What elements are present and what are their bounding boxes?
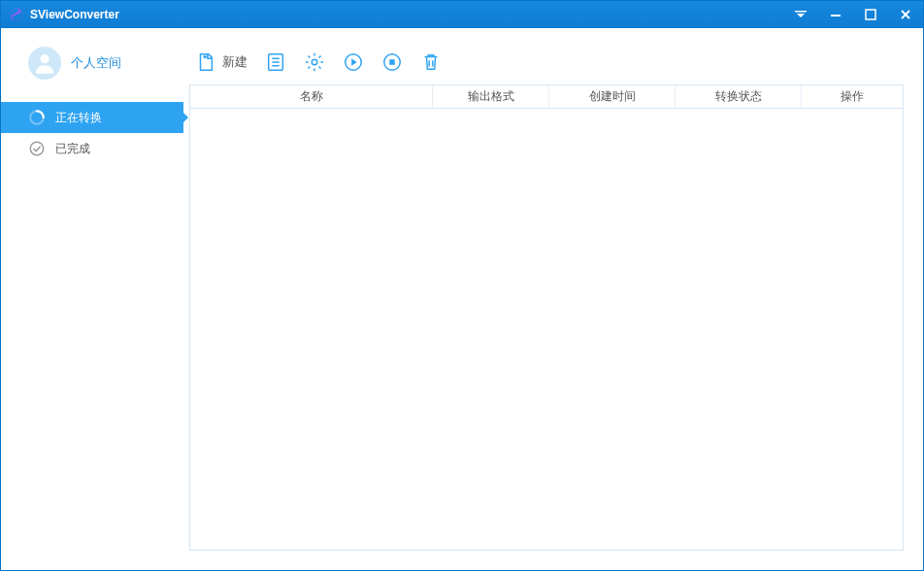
new-button-label: 新建 (222, 53, 248, 71)
list-icon (265, 51, 286, 73)
close-button[interactable] (888, 1, 923, 28)
avatar-icon (28, 47, 61, 80)
svg-rect-11 (389, 59, 395, 65)
col-header-status[interactable]: 转换状态 (676, 85, 802, 108)
col-header-action[interactable]: 操作 (802, 85, 903, 108)
profile-label: 个人空间 (71, 54, 121, 72)
trash-icon (420, 51, 442, 73)
sidebar-item-label: 正在转换 (55, 110, 102, 126)
main-area: 新建 (183, 28, 923, 570)
sidebar-item-completed[interactable]: 已完成 (1, 133, 183, 164)
play-button[interactable] (343, 51, 364, 73)
col-header-time[interactable]: 创建时间 (549, 85, 676, 108)
svg-rect-2 (831, 15, 841, 17)
table-header: 名称 输出格式 创建时间 转换状态 操作 (190, 85, 903, 109)
new-button[interactable]: 新建 (195, 51, 248, 73)
col-header-name[interactable]: 名称 (190, 85, 433, 108)
progress-circle-icon (28, 109, 46, 126)
dropdown-button[interactable] (783, 1, 818, 28)
maximize-button[interactable] (853, 1, 888, 28)
sidebar: 个人空间 正在转换 已完成 (1, 28, 183, 570)
body: 个人空间 正在转换 已完成 新建 (1, 28, 923, 570)
minimize-button[interactable] (818, 1, 853, 28)
svg-point-6 (30, 142, 44, 155)
stop-button[interactable] (381, 51, 403, 73)
delete-button[interactable] (420, 51, 442, 73)
task-table: 名称 输出格式 创建时间 转换状态 操作 (189, 84, 904, 551)
sidebar-item-converting[interactable]: 正在转换 (1, 102, 183, 133)
svg-point-4 (40, 54, 49, 63)
table-body-empty (190, 109, 903, 550)
gear-icon (304, 51, 325, 73)
app-window: SViewConverter 个人空间 (0, 0, 924, 571)
app-logo-icon (9, 7, 24, 22)
sidebar-item-label: 已完成 (55, 141, 90, 157)
stop-circle-icon (381, 51, 403, 73)
settings-button[interactable] (304, 51, 325, 73)
svg-point-8 (312, 59, 317, 65)
svg-rect-1 (795, 11, 807, 13)
play-circle-icon (343, 51, 364, 73)
app-title: SViewConverter (30, 8, 119, 21)
titlebar: SViewConverter (1, 1, 923, 28)
new-file-icon (195, 51, 216, 73)
list-button[interactable] (265, 51, 286, 73)
profile-section[interactable]: 个人空间 (1, 42, 183, 84)
toolbar: 新建 (189, 40, 904, 84)
col-header-format[interactable]: 输出格式 (433, 85, 549, 108)
check-circle-icon (28, 140, 46, 157)
svg-rect-3 (866, 10, 875, 19)
